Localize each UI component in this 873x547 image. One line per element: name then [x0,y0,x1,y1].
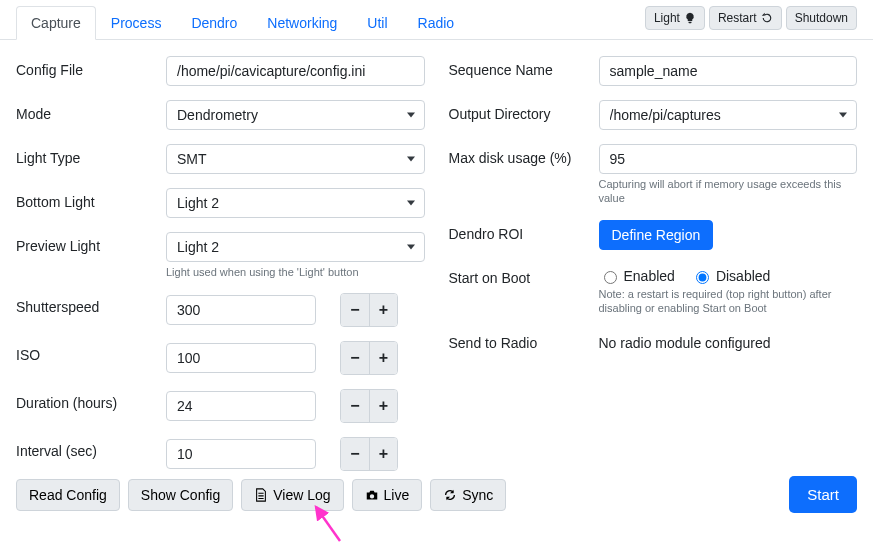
start-on-boot-disabled-option[interactable]: Disabled [691,268,770,284]
lightbulb-icon [684,12,696,24]
shutterspeed-plus[interactable]: + [369,294,397,326]
send-to-radio-text: No radio module configured [599,335,771,351]
interval-label: Interval (sec) [16,437,166,459]
restart-button-label: Restart [718,11,757,25]
top-actions: Light Restart Shutdown [645,6,857,36]
start-on-boot-help: Note: a restart is required (top right b… [599,287,858,316]
right-column: Sequence Name Output Directory /home/pi/… [449,56,858,485]
tab-capture[interactable]: Capture [16,6,96,40]
shutdown-button-label: Shutdown [795,11,848,25]
restart-button[interactable]: Restart [709,6,782,30]
light-type-label: Light Type [16,144,166,166]
mode-select[interactable]: Dendrometry [166,100,425,130]
preview-light-help: Light used when using the 'Light' button [166,265,425,279]
max-disk-input[interactable] [599,144,858,174]
view-log-button[interactable]: View Log [241,479,343,511]
show-config-button[interactable]: Show Config [128,479,233,511]
shutterspeed-input[interactable] [166,295,316,325]
preview-light-label: Preview Light [16,232,166,254]
duration-plus[interactable]: + [369,390,397,422]
start-button[interactable]: Start [789,476,857,513]
shutdown-button[interactable]: Shutdown [786,6,857,30]
iso-label: ISO [16,341,166,363]
sequence-name-input[interactable] [599,56,858,86]
iso-plus[interactable]: + [369,342,397,374]
interval-minus[interactable]: − [341,438,369,470]
bottom-light-label: Bottom Light [16,188,166,210]
bottom-light-select[interactable]: Light 2 [166,188,425,218]
camera-icon [365,488,379,502]
live-button[interactable]: Live [352,479,423,511]
file-icon [254,488,268,502]
tab-radio[interactable]: Radio [403,6,470,40]
tab-bar: Capture Process Dendro Networking Util R… [16,6,469,39]
light-button-label: Light [654,11,680,25]
tab-util[interactable]: Util [352,6,402,40]
tab-networking[interactable]: Networking [252,6,352,40]
config-file-input[interactable] [166,56,425,86]
mode-label: Mode [16,100,166,122]
config-file-label: Config File [16,56,166,78]
dendro-roi-label: Dendro ROI [449,220,599,242]
start-on-boot-enabled-option[interactable]: Enabled [599,268,675,284]
iso-minus[interactable]: − [341,342,369,374]
output-dir-label: Output Directory [449,100,599,122]
start-on-boot-label: Start on Boot [449,264,599,286]
duration-label: Duration (hours) [16,389,166,411]
read-config-button[interactable]: Read Config [16,479,120,511]
light-type-select[interactable]: SMT [166,144,425,174]
duration-minus[interactable]: − [341,390,369,422]
left-column: Config File Mode Dendrometry Light Type … [16,56,425,485]
send-to-radio-label: Send to Radio [449,329,599,351]
max-disk-help: Capturing will abort if memory usage exc… [599,177,858,206]
max-disk-label: Max disk usage (%) [449,144,599,166]
start-on-boot-enabled-radio[interactable] [604,271,617,284]
sync-button[interactable]: Sync [430,479,506,511]
tab-process[interactable]: Process [96,6,177,40]
output-dir-select[interactable]: /home/pi/captures [599,100,858,130]
start-on-boot-disabled-radio[interactable] [696,271,709,284]
tab-dendro[interactable]: Dendro [176,6,252,40]
interval-input[interactable] [166,439,316,469]
restart-icon [761,12,773,24]
sequence-name-label: Sequence Name [449,56,599,78]
iso-input[interactable] [166,343,316,373]
shutterspeed-label: Shutterspeed [16,293,166,315]
interval-plus[interactable]: + [369,438,397,470]
define-region-button[interactable]: Define Region [599,220,714,250]
preview-light-select[interactable]: Light 2 [166,232,425,262]
sync-icon [443,488,457,502]
shutterspeed-minus[interactable]: − [341,294,369,326]
duration-input[interactable] [166,391,316,421]
light-button[interactable]: Light [645,6,705,30]
